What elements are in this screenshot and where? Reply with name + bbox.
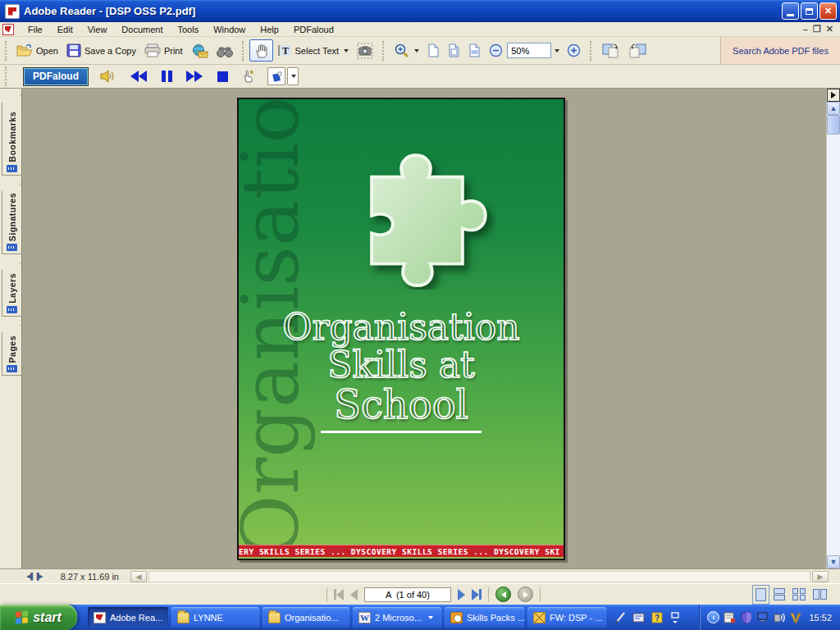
fit-width-button[interactable]: [464, 41, 485, 60]
security-shield-tray-icon[interactable]: [740, 611, 752, 623]
menu-pdfaloud[interactable]: PDFaloud: [286, 23, 341, 36]
doc-restore-button[interactable]: ❐: [813, 24, 821, 34]
restore-button[interactable]: [801, 2, 818, 20]
wings-app-tray-icon[interactable]: [789, 611, 801, 623]
next-view-button[interactable]: [624, 40, 651, 62]
pdfaloud-toolbar: PDFaloud: [0, 65, 840, 89]
scroll-up-button[interactable]: ▲: [827, 102, 840, 115]
minimize-button[interactable]: [782, 2, 799, 20]
rotate-view-button[interactable]: [267, 67, 285, 85]
save-a-copy-button[interactable]: Save a Copy: [62, 41, 140, 60]
tab-signatures[interactable]: Signatures: [2, 184, 21, 254]
pane-splitter-icon[interactable]: ◀▌▐▶: [26, 573, 43, 580]
tab-pages[interactable]: Pages: [2, 325, 21, 376]
tab-layers[interactable]: Layers: [2, 262, 21, 317]
series-banner: ERY SKILLS SERIES ... DYSCOVERY SKILLS S…: [239, 545, 564, 557]
hide-icons-chevron[interactable]: ‹: [707, 611, 719, 623]
cover-title-line2: Skills at: [239, 344, 564, 386]
email-globe-icon: [191, 43, 208, 58]
vertical-scrollbar[interactable]: ▲ ▼: [826, 89, 840, 568]
help-tray-icon[interactable]: ?: [651, 611, 663, 623]
audio-device-tray-icon[interactable]: [773, 611, 785, 623]
read-pointer-button[interactable]: [240, 67, 258, 85]
previous-view-nav-button[interactable]: [495, 587, 511, 602]
zoom-in-button[interactable]: [563, 41, 585, 60]
actual-size-button[interactable]: [423, 41, 444, 60]
zoom-in-tool-button[interactable]: [390, 40, 423, 61]
last-page-button[interactable]: [472, 589, 482, 600]
continuous-layout-button[interactable]: [774, 588, 785, 601]
rotate-view-dropdown[interactable]: [287, 67, 299, 85]
doc-minimize-button[interactable]: –: [803, 25, 808, 34]
language-minimize-icon[interactable]: [669, 611, 681, 623]
search-adobe-pdf-panel[interactable]: Search Adobe PDF files: [720, 37, 840, 64]
hscroll-left-button[interactable]: ◀: [130, 571, 147, 582]
select-text-dropdown[interactable]: [344, 49, 349, 52]
pause-button[interactable]: [160, 71, 173, 82]
taskbar-item-word-group[interactable]: W 2 Microso...: [353, 607, 441, 628]
speaker-button[interactable]: [99, 67, 117, 85]
scrollbar-thumb[interactable]: [827, 115, 840, 135]
pdfaloud-button[interactable]: PDFaloud: [24, 68, 88, 85]
menu-file[interactable]: File: [21, 23, 50, 36]
zoom-level-dropdown[interactable]: [555, 49, 559, 52]
network-computer-tray-icon[interactable]: [756, 611, 769, 623]
hscroll-track[interactable]: [148, 571, 810, 582]
navigation-statusbar: [0, 583, 840, 605]
previous-page-button[interactable]: [350, 589, 358, 600]
page-number-field[interactable]: [364, 587, 451, 602]
zoom-out-button[interactable]: [485, 41, 507, 60]
taskbar-item-lynne-folder[interactable]: LYNNE: [171, 607, 259, 628]
toolbar-grip[interactable]: [382, 41, 386, 61]
pen-tool-tray-icon[interactable]: [614, 611, 627, 623]
fit-page-button[interactable]: [444, 41, 464, 60]
start-button[interactable]: start: [0, 605, 77, 630]
pane-expand-button[interactable]: [827, 89, 840, 102]
taskbar-item-fw-dsp-mail[interactable]: FW: DSP - ...: [527, 607, 606, 628]
toolbar-grip[interactable]: [5, 66, 8, 86]
next-view-nav-button[interactable]: [518, 587, 533, 602]
toolbar-grip[interactable]: [590, 41, 593, 61]
stop-button[interactable]: [217, 71, 228, 82]
taskbar-item-organisation-folder[interactable]: Organisatio...: [262, 607, 349, 628]
close-button[interactable]: ✕: [819, 2, 837, 20]
language-bar-tray-icon[interactable]: [632, 611, 645, 623]
adobe-reader-task-icon: [94, 612, 106, 623]
taskbar-item-adobe-reader[interactable]: Adobe Rea...: [88, 607, 168, 628]
zoom-tool-dropdown[interactable]: [414, 49, 419, 52]
snapshot-button[interactable]: [353, 40, 377, 62]
print-button[interactable]: Print: [140, 41, 187, 60]
continuous-facing-layout-button[interactable]: [792, 588, 806, 601]
fast-forward-button[interactable]: [186, 71, 203, 82]
menu-edit[interactable]: Edit: [50, 23, 80, 36]
page-size-label: 8.27 x 11.69 in: [61, 572, 119, 582]
open-button[interactable]: Open: [12, 41, 62, 60]
hscroll-right-button[interactable]: ▶: [812, 571, 829, 582]
previous-view-button[interactable]: [597, 40, 624, 62]
menu-help[interactable]: Help: [253, 23, 286, 36]
search-button[interactable]: [212, 42, 237, 60]
rewind-button[interactable]: [130, 71, 147, 82]
menu-document[interactable]: Document: [114, 23, 170, 36]
toolbar-grip[interactable]: [242, 41, 245, 61]
scroll-down-button[interactable]: ▼: [827, 555, 840, 568]
doc-close-button[interactable]: ✕: [826, 24, 833, 34]
open-folder-icon: [16, 43, 33, 57]
menu-view[interactable]: View: [80, 23, 115, 36]
notes-tray-icon[interactable]: [724, 611, 736, 623]
next-page-button[interactable]: [458, 589, 465, 600]
taskbar-item-skills-packs[interactable]: Skills Packs ...: [445, 607, 524, 628]
single-page-layout-button[interactable]: [756, 588, 766, 601]
menu-tools[interactable]: Tools: [171, 23, 207, 36]
email-button[interactable]: [187, 41, 212, 61]
scrollbar-track[interactable]: [827, 135, 840, 555]
facing-layout-button[interactable]: [813, 589, 828, 600]
tab-bookmarks[interactable]: Bookmarks: [2, 95, 21, 176]
cover-title-line1: Organisation: [239, 306, 564, 348]
menu-window[interactable]: Window: [206, 23, 253, 36]
hand-tool-button[interactable]: [249, 39, 273, 62]
zoom-level-field[interactable]: [507, 43, 551, 58]
select-text-button[interactable]: T Select Text: [273, 41, 354, 60]
toolbar-grip[interactable]: [5, 41, 8, 61]
first-page-button[interactable]: [334, 589, 344, 600]
